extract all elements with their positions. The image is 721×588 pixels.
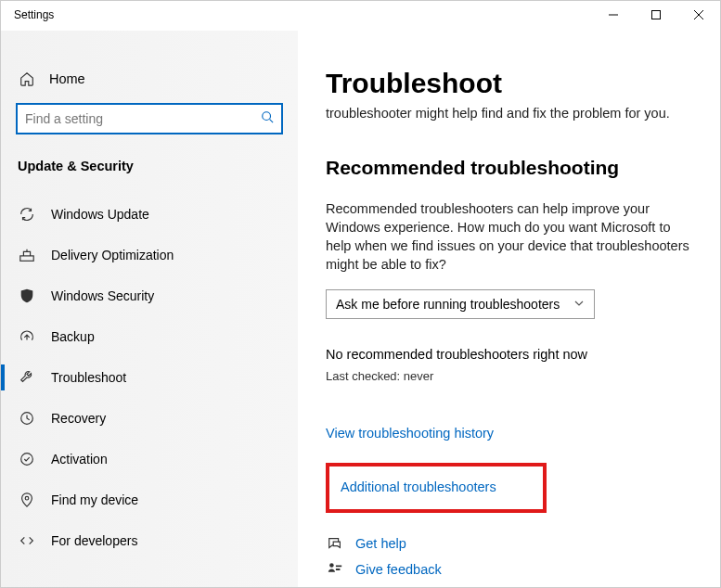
chat-icon (326, 535, 344, 552)
get-help-label: Get help (355, 536, 406, 551)
wrench-icon (18, 368, 36, 387)
svg-point-9 (25, 496, 29, 500)
home-icon (18, 70, 36, 88)
close-button[interactable] (677, 1, 720, 29)
view-history-link[interactable]: View troubleshooting history (326, 426, 698, 441)
shield-icon (18, 287, 36, 305)
maximize-button[interactable] (635, 1, 677, 29)
additional-troubleshooters-link[interactable]: Additional troubleshooters (341, 479, 543, 494)
svg-line-5 (270, 120, 274, 123)
status-subtext: Last checked: never (326, 369, 698, 383)
svg-point-8 (21, 454, 33, 466)
give-feedback-label: Give feedback (355, 562, 442, 577)
sidebar-item-activation[interactable]: Activation (1, 439, 298, 479)
sidebar-item-troubleshoot[interactable]: Troubleshoot (1, 357, 298, 398)
sidebar-home-label: Home (49, 71, 85, 86)
recommended-heading: Recommended troubleshooting (326, 157, 698, 179)
sidebar-item-label: Activation (51, 452, 108, 467)
search-icon (261, 110, 274, 127)
sidebar-item-backup[interactable]: Backup (1, 316, 298, 357)
get-help-link[interactable]: Get help (326, 535, 698, 552)
delivery-icon (18, 246, 36, 264)
check-circle-icon (18, 450, 36, 468)
give-feedback-link[interactable]: Give feedback (326, 561, 698, 578)
sidebar-item-for-developers[interactable]: For developers (1, 520, 298, 561)
sidebar-item-label: Windows Security (51, 288, 154, 303)
svg-rect-1 (652, 11, 661, 19)
svg-point-10 (329, 563, 334, 568)
sidebar-item-label: For developers (51, 533, 137, 548)
additional-troubleshooters-highlight: Additional troubleshooters (326, 463, 547, 513)
troubleshooting-preference-dropdown[interactable]: Ask me before running troubleshooters (326, 289, 595, 319)
search-input-wrap[interactable] (16, 103, 283, 134)
dropdown-selected: Ask me before running troubleshooters (336, 297, 560, 312)
sidebar-item-label: Backup (51, 329, 95, 344)
intro-text: troubleshooter might help find and fix t… (326, 105, 698, 123)
window-title: Settings (1, 1, 54, 21)
minimize-button[interactable] (592, 1, 635, 29)
sidebar-category: Update & Security (1, 142, 298, 185)
code-icon (18, 531, 36, 550)
location-icon (18, 491, 36, 509)
svg-rect-6 (20, 256, 33, 261)
sidebar-item-label: Windows Update (51, 207, 149, 222)
recommended-description: Recommended troubleshooters can help imp… (326, 199, 698, 275)
sidebar-item-label: Delivery Optimization (51, 248, 174, 262)
sidebar-item-label: Recovery (51, 411, 106, 426)
sidebar-item-recovery[interactable]: Recovery (1, 398, 298, 439)
recovery-icon (18, 409, 36, 428)
sidebar-item-delivery-optimization[interactable]: Delivery Optimization (1, 235, 298, 275)
sidebar-home[interactable]: Home (1, 62, 298, 96)
chevron-down-icon (573, 297, 585, 312)
status-text: No recommended troubleshooters right now (326, 347, 698, 362)
sidebar-item-find-my-device[interactable]: Find my device (1, 479, 298, 520)
main-content: Troubleshoot troubleshooter might help f… (298, 31, 720, 587)
sidebar-item-windows-update[interactable]: Windows Update (1, 194, 298, 235)
backup-icon (18, 327, 36, 346)
feedback-icon (326, 561, 344, 578)
search-input[interactable] (25, 111, 261, 126)
sidebar-item-label: Troubleshoot (51, 370, 126, 385)
sync-icon (18, 205, 36, 224)
titlebar: Settings (1, 1, 720, 31)
sidebar-item-label: Find my device (51, 492, 138, 507)
sidebar-item-windows-security[interactable]: Windows Security (1, 275, 298, 316)
svg-point-4 (263, 112, 271, 121)
sidebar: Home Update & Security Windows Update (1, 31, 298, 587)
page-title: Troubleshoot (326, 68, 698, 99)
